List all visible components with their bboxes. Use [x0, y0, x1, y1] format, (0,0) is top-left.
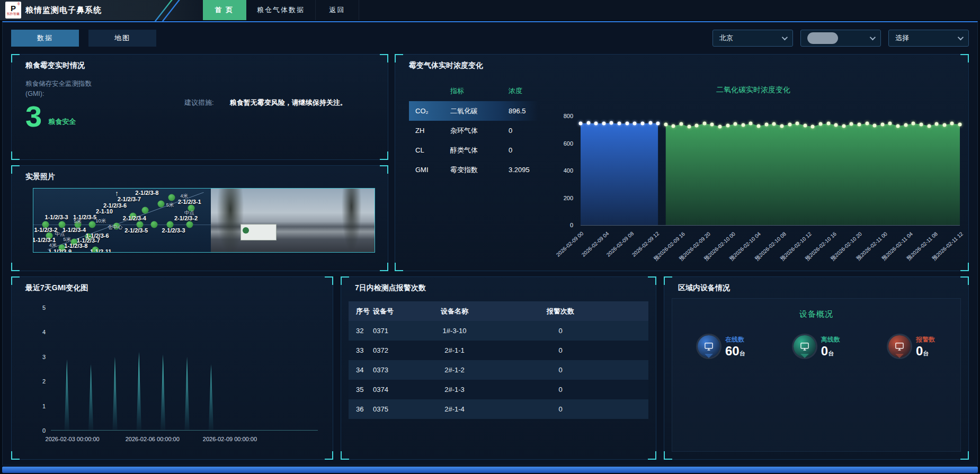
device-stat-value: 0台	[821, 344, 840, 357]
map-view-button[interactable]: 地图	[88, 30, 156, 47]
gmi-y-axis: 012345	[33, 308, 48, 431]
alarm-cell: 34	[349, 366, 373, 374]
alarm-cell: 2#-1-2	[417, 366, 492, 374]
logo-icon: P ® 拓扑智鑫	[5, 2, 21, 19]
sensor-dot[interactable]	[141, 207, 148, 213]
data-point	[912, 121, 915, 125]
y-tick-label: 1	[42, 403, 46, 409]
sensor-label: 4米	[49, 242, 57, 248]
data-point	[718, 124, 722, 128]
panel-device-overview: 区域内设备情况 设备概况 在线数60台离线数0台报警数0台	[664, 276, 969, 460]
monitor-icon	[703, 341, 714, 352]
alarm-cell: 36	[349, 405, 373, 413]
sensor-label: 仓中心	[108, 224, 123, 231]
gas-indicator-table: 指标 浓度 CO₂二氧化碳896.5ZH杂环气体0CL醇类气体0GMI霉变指数3…	[395, 70, 538, 271]
sensor-dot[interactable]	[150, 221, 157, 228]
gmi-index-label: 粮食储存安全监测指数 (GMI):	[25, 79, 184, 100]
x-tick-label: 2026-02-09 00	[555, 230, 585, 258]
panel-title: 实景照片	[12, 166, 388, 182]
y-tick-label: 4	[42, 329, 46, 335]
data-point	[695, 123, 699, 127]
alarm-cell: 0374	[373, 386, 417, 393]
gmi-x-axis: 2026-02-03 00:00:002026-02-06 00:00:0020…	[51, 436, 318, 445]
data-point	[594, 122, 598, 126]
gmi-plot-area	[51, 308, 318, 431]
gas-table-header: 指标 浓度	[409, 83, 538, 101]
site-map-strip: ↑ 2-1/2/3-84米2-1/2/3-72-1/2/3-15米2-1/2/3…	[33, 188, 375, 253]
nav-tab-back[interactable]: 返回	[316, 0, 359, 20]
data-point	[834, 123, 838, 127]
nav-tab-gas-data[interactable]: 粮仓气体数据	[246, 0, 316, 20]
co2-predicted-area	[666, 123, 960, 225]
device-overview-subtitle: 设备概况	[672, 299, 960, 319]
y-tick-label: 400	[564, 167, 573, 174]
gas-code: CO₂	[415, 107, 450, 115]
app-title: 粮情监测电子鼻系统	[25, 5, 102, 15]
selected-tag-chip	[807, 32, 838, 44]
co2-x-axis: 2026-02-09 002026-02-09 042026-02-09 082…	[581, 228, 960, 262]
alarm-cell: 0371	[373, 327, 417, 335]
sensor-dot[interactable]	[88, 221, 95, 228]
gmi-x-axis-line	[51, 430, 318, 431]
sensor-label: 2-1/2/3-2	[174, 215, 198, 221]
sensor-dot[interactable]	[168, 194, 175, 201]
sensor-dot[interactable]	[186, 221, 193, 228]
sensor-label: 1-1/2-11	[90, 248, 111, 252]
bottom-accent-bar	[2, 467, 978, 473]
gas-row[interactable]: ZH杂环气体0	[409, 121, 538, 140]
sensor-label: 2-1-10	[96, 208, 113, 214]
gmi-status-label: 粮食安全	[48, 117, 76, 127]
device-badge-icon	[698, 335, 720, 357]
data-point	[865, 121, 869, 125]
filter-selects: 北京 选择	[712, 30, 969, 47]
data-point	[610, 121, 613, 125]
table-row: 3403732#-1-20	[349, 360, 648, 380]
gas-row[interactable]: GMI霉变指数3.2095	[409, 160, 538, 180]
data-point	[702, 122, 706, 126]
corner-decoration	[325, 451, 333, 460]
device-stat-value: 0台	[916, 344, 935, 357]
table-row: 3303722#-1-10	[349, 341, 648, 360]
data-point	[734, 122, 737, 126]
sensor-label: 2-1/2/3-4	[123, 215, 146, 221]
sensor-map: ↑ 2-1/2/3-84米2-1/2/3-72-1/2/3-15米2-1/2/3…	[33, 189, 211, 252]
choose-select[interactable]: 选择	[888, 30, 969, 47]
advice-text: 粮食暂无霉变风险，请继续保持关注。	[230, 98, 347, 129]
data-point	[950, 122, 954, 126]
alarm-cell: 0	[492, 405, 629, 413]
advice-label: 建议措施:	[184, 98, 214, 129]
gas-row[interactable]: CO₂二氧化碳896.5	[409, 101, 538, 121]
alarm-cell: 2#-1-4	[417, 405, 492, 413]
app-logo: P ® 拓扑智鑫 粮情监测电子鼻系统	[0, 2, 102, 19]
region-select[interactable]: 北京	[712, 30, 793, 47]
nav-tab-home[interactable]: 首 页	[203, 0, 246, 20]
data-point	[942, 123, 946, 127]
sensor-label: 1-1/2/3-2	[34, 227, 57, 233]
data-point	[796, 121, 799, 125]
sensor-dot[interactable]	[158, 200, 165, 207]
alarm-cell: 0373	[373, 366, 417, 374]
sensor-label: 2-1/2/3-8	[135, 190, 158, 196]
header-swoosh-decoration	[158, 0, 190, 20]
x-tick-label: 2026-02-06 00:00:00	[126, 436, 180, 442]
panel-title: 7日内检测点报警次数	[341, 277, 656, 293]
data-point	[850, 122, 853, 126]
data-point	[818, 122, 822, 126]
alarm-cell: 33	[349, 346, 373, 354]
gmi-value: 3	[25, 104, 42, 129]
device-overview-box: 设备概况 在线数60台离线数0台报警数0台	[672, 298, 961, 452]
data-point	[772, 122, 776, 126]
data-view-button[interactable]: 数据	[11, 30, 79, 47]
alarm-cell: 0	[492, 366, 629, 374]
warehouse-select[interactable]	[800, 30, 881, 47]
gas-name: 醇类气体	[450, 146, 509, 155]
data-point	[788, 122, 791, 126]
gas-name: 杂环气体	[450, 126, 509, 136]
data-point	[625, 121, 629, 125]
corner-decoration	[664, 451, 672, 460]
gas-name: 二氧化碳	[450, 106, 509, 116]
gas-row[interactable]: CL醇类气体0	[409, 140, 538, 160]
co2-chart: 二氧化碳实时浓度变化 0200400600800	[538, 70, 968, 271]
panel-site-photo: 实景照片 ↑ 2-1/2/3-84米2-1/2/3-72-1/2/3-15米2-…	[11, 165, 388, 271]
panel-gas-concentration: 霉变气体实时浓度变化 指标 浓度 CO₂二氧化碳896.5ZH杂环气体0CL醇类…	[395, 54, 969, 271]
